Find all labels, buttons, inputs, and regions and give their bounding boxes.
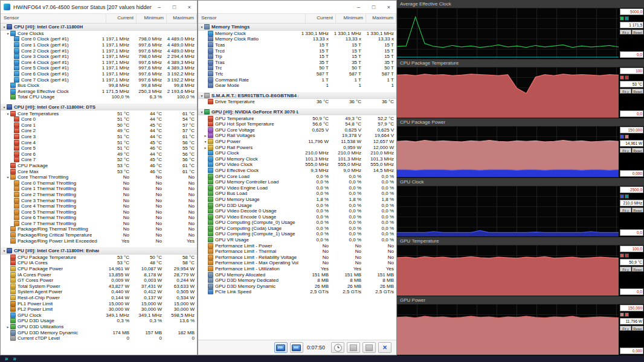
collapse-arrow-icon[interactable]: ▾ (5, 175, 10, 179)
sensor-row[interactable]: Performance Limit - UtilizationYesYesYes (198, 266, 396, 272)
collapse-arrow-icon[interactable]: ▾ (199, 25, 204, 29)
sensor-row[interactable]: GPU D3D Memory Dynamic26 MB26 MB26 MB (198, 284, 396, 290)
reset-button[interactable]: Reset (632, 148, 643, 153)
reset-button[interactable]: Reset (632, 208, 643, 212)
sensor-row[interactable]: GPU Core Voltage0,625 V0,625 V0,625 V (198, 127, 396, 133)
sensor-row[interactable]: Trcd15 T15 T15 T (198, 48, 396, 54)
expand-arrow-icon[interactable]: ▸ (203, 145, 208, 150)
sensor-row[interactable]: Core 3 Clock (perf #1)1 197,1 MHz798,0 M… (1, 54, 197, 60)
sensor-row[interactable]: GPU Computing (Compute_0) Usage0,0 %0,0 … (198, 220, 396, 226)
sensor-row[interactable]: GPU Video Engine Load0,0 %0,0 %0,0 % (198, 185, 396, 191)
sensor-row[interactable]: Core 5 Clock (perf #1)1 197,1 MHz997,6 M… (1, 65, 197, 71)
fit-y-button[interactable]: Fit y (620, 267, 631, 272)
sensor-row[interactable]: Core 1 Clock (perf #1)1 197,1 MHz997,6 M… (1, 42, 197, 48)
sensor-row[interactable]: GPU Hot Spot Temperature56,6 °C54,8 °C57… (198, 121, 396, 127)
sensor-row[interactable]: GPU D3D Usage0,3 %0,3 %13,6 % (1, 318, 197, 324)
sensor-section-header[interactable]: ▾Memory Timings (198, 24, 396, 31)
sensor-row[interactable]: Drive Temperature36 °C36 °C36 °C (198, 99, 396, 105)
sensor-section-header[interactable]: ▾S.M.A.R.T.: ESR01TBTLG-E6GBTNB4 (BE8007… (198, 92, 396, 100)
sensor-row[interactable]: Trp15 T15 T15 T (198, 54, 396, 60)
collapse-arrow-icon[interactable]: ▾ (2, 249, 7, 253)
sensor-row[interactable]: Core 1 Thermal ThrottlingNoNoNo (1, 186, 197, 192)
sensor-row[interactable]: GPU Computing (Compute_1) Usage0,0 %0,0 … (198, 231, 396, 237)
sensor-section-header[interactable]: ▾GPU [#0]: NVIDIA GeForce RTX 3070 Lapto… (198, 109, 396, 116)
column-current[interactable]: Current (306, 14, 336, 23)
fit-y-button[interactable]: Fit y (620, 208, 631, 212)
sensor-row[interactable]: Core 3 Thermal ThrottlingNoNoNo (1, 197, 197, 203)
minimize-button[interactable]: – (152, 1, 167, 13)
sensor-row[interactable]: Performance Limit - Max Operating Voltag… (198, 260, 396, 266)
sensor-row[interactable]: PL2 Power Limit30,000 W30,000 W30,000 W (1, 306, 197, 313)
sensor-row[interactable]: Bus Clock99,8 MHz99,8 MHz99,8 MHz (1, 83, 197, 89)
graph-window-button[interactable] (274, 342, 288, 353)
sensor-row[interactable]: Core 7 Thermal ThrottlingNoNoNo (1, 221, 197, 227)
sensor-row[interactable]: GPU Memory Controller Load0,0 %0,0 %0,0 … (198, 179, 396, 185)
sensor-row[interactable]: IA Cores Power13,855 W8,178 W28,779 W (1, 272, 197, 278)
sensor-row[interactable]: GPU D3D Memory Dynamic174 MB157 MB182 MB (1, 329, 197, 335)
sensor-row[interactable]: Tcas15 T15 T15 T (198, 42, 396, 48)
collapse-arrow-icon[interactable]: ▾ (2, 105, 7, 109)
graph-plot-area[interactable] (397, 245, 619, 296)
sensor-section-header[interactable]: ▾CPU [#0]: Intel Core i7-11800H (1, 24, 197, 31)
close-button[interactable]: × (182, 1, 197, 13)
graph-plot-area[interactable] (397, 186, 619, 237)
sensor-row[interactable]: CPU Package53 °C46 °C61 °C (1, 163, 197, 169)
graph-plot-area[interactable] (397, 304, 619, 355)
sensor-list[interactable]: ▾CPU [#0]: Intel Core i7-11800H▾Core Clo… (1, 24, 197, 355)
expand-arrow-icon[interactable]: ▸ (203, 133, 208, 138)
sensor-row[interactable]: GPU VR Usage0,0 %0,0 %0,0 % (198, 237, 396, 243)
fit-y-button[interactable]: Fit y (620, 148, 631, 153)
sensor-row[interactable]: GPU Memory Clock101,3 MHz101,3 MHz101,3 … (198, 156, 396, 162)
sensor-row[interactable]: ▸GPU Rail Voltages19,378 V19,664 V (198, 133, 396, 139)
sensor-section-header[interactable]: ▾CPU [#0]: Intel Core i7-11800H: DTS (1, 104, 197, 111)
sensor-row[interactable]: Core 150 °C45 °C57 °C (1, 122, 197, 129)
sensor-row[interactable]: System Agent Power0,440 W0,412 W0,505 W (1, 289, 197, 295)
sensor-row[interactable]: CPU Package Temperature53 °C50 °C58 °C (1, 255, 197, 261)
sensor-row[interactable]: GPU Effective Clock9,3 MHz9,0 MHz14,5 MH… (198, 168, 396, 174)
logging-button[interactable] (362, 342, 376, 353)
sensor-row[interactable]: Tras35 T35 T35 T (198, 60, 396, 66)
sensor-row[interactable]: Current cTDP Level000 (1, 335, 197, 341)
sensor-row[interactable]: ▸GPU Rail Powers0,959 W12,000 W (198, 144, 396, 150)
sensor-row[interactable]: Package/Ring Critical TemperatureNoNoNo (1, 232, 197, 238)
sensor-row[interactable]: Core 752 °C45 °C56 °C (1, 157, 197, 163)
sensor-row[interactable]: Core 4 Clock (perf #1)1 197,1 MHz997,6 M… (1, 60, 197, 66)
reset-button[interactable]: Reset (632, 326, 643, 331)
graph-plot-area[interactable] (397, 67, 619, 118)
sensor-row[interactable]: ▸GPU D3D Utilizations (1, 324, 197, 330)
collapse-arrow-icon[interactable]: ▾ (199, 110, 204, 114)
graph-title[interactable]: GPU Temperature (397, 237, 644, 245)
graph-window-button-2[interactable] (290, 342, 303, 353)
sensor-section-header[interactable]: ▾CPU [#0]: Intel Core i7-11800H: Enhance… (1, 247, 197, 255)
sensor-row[interactable]: Core 2 Thermal ThrottlingNoNoNo (1, 192, 197, 198)
settings-button[interactable] (347, 342, 360, 353)
sensor-row[interactable]: GPU Computing (Cuda) Usage0,0 %0,0 %0,0 … (198, 226, 396, 232)
sensor-row[interactable]: Core 2 Clock (perf #1)1 197,1 MHz997,6 M… (1, 48, 197, 54)
sensor-row[interactable]: GPU Bus Load0,0 %0,0 %0,0 % (198, 191, 396, 197)
sensor-row[interactable]: Core 6 Thermal ThrottlingNoNoNo (1, 215, 197, 221)
sensor-row[interactable]: GPU Temperature50,9 °C49,3 °C52,2 °C (198, 115, 396, 121)
reset-button[interactable]: Reset (632, 267, 643, 272)
collapse-arrow-icon[interactable]: ▾ (203, 139, 208, 144)
sensor-row[interactable]: CPU Package Power14,961 W10,087 W29,954 … (1, 266, 197, 272)
column-sensor[interactable]: Sensor (198, 14, 306, 23)
sensor-row[interactable]: Core 5 Thermal ThrottlingNoNoNo (1, 209, 197, 215)
sensor-row[interactable]: Core 7 Clock (perf #1)1 197,1 MHz997,6 M… (1, 77, 197, 83)
column-maximum[interactable]: Maximum (167, 14, 197, 23)
sensor-row[interactable]: Package/Ring Thermal ThrottlingNoNoNo (1, 226, 197, 232)
sensor-row[interactable]: GPU Clock210,0 MHz210,0 MHz210,0 MHz (198, 150, 396, 156)
column-maximum[interactable]: Maximum (366, 14, 396, 23)
sensor-row[interactable]: Memory Clock1 330,1 MHz1 330,1 MHz1 330,… (198, 31, 396, 37)
sensor-row[interactable]: GPU Memory Usage1,8 %1,8 %1,8 % (198, 197, 396, 203)
column-current[interactable]: Current (106, 14, 137, 23)
sensor-row[interactable]: GPU Memory Allocated151 MB151 MB151 MB (198, 272, 396, 278)
titlebar[interactable]: HWiNFO64 v7.06-4500 Sensor Status [207 v… (1, 1, 197, 13)
taskbar[interactable]: » » (0, 355, 644, 362)
sensor-row[interactable]: Memory Clock Ratio13,33 x13,33 x13,33 x (198, 36, 396, 42)
taskbar-app-icon-2[interactable]: » (13, 356, 17, 362)
sensor-row[interactable]: Core 351 °C44 °C61 °C (1, 134, 197, 140)
collapse-arrow-icon[interactable]: ▾ (199, 94, 204, 98)
sensor-row[interactable]: Core 551 °C46 °C55 °C (1, 145, 197, 151)
sensor-row[interactable]: GPU Core Load0,0 %0,0 %0,0 % (198, 173, 396, 179)
reset-button[interactable]: Reset (632, 30, 643, 34)
